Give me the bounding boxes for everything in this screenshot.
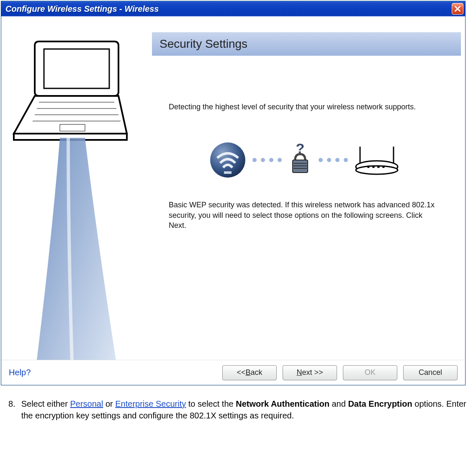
svg-point-20	[382, 165, 385, 168]
svg-point-17	[367, 165, 370, 168]
wireless-orb-icon	[209, 141, 247, 179]
title-bar[interactable]: Configure Wireless Settings - Wireless	[1, 1, 465, 16]
ok-button: OK	[343, 365, 397, 380]
close-button[interactable]	[452, 3, 463, 15]
svg-point-19	[377, 165, 380, 168]
dialog-footer: Help? << Back Next >> OK Cancel	[1, 360, 465, 385]
data-encryption-bold: Data Encryption	[348, 399, 412, 408]
dots-left	[252, 158, 282, 162]
dots-right	[319, 158, 348, 162]
step-text: Select either Personal or Enterprise Sec…	[21, 398, 468, 421]
dialog-window: Configure Wireless Settings - Wireless	[1, 1, 466, 385]
connection-graphic: ?	[169, 141, 440, 179]
step-number: 8.	[8, 398, 15, 421]
svg-rect-7	[224, 171, 232, 174]
next-button[interactable]: Next >>	[283, 365, 337, 380]
page-header: Security Settings	[152, 32, 461, 56]
svg-point-18	[372, 165, 375, 168]
enterprise-security-link[interactable]: Enterprise Security	[115, 399, 186, 408]
left-illustration-pane	[1, 16, 152, 385]
detecting-text: Detecting the highest level of security …	[169, 102, 440, 112]
router-icon	[354, 143, 400, 177]
lock-question-icon: ?	[288, 143, 313, 177]
dialog-body: Security Settings Detecting the highest …	[1, 16, 465, 385]
svg-point-16	[356, 166, 398, 174]
result-text: Basic WEP security was detected. If this…	[169, 200, 440, 230]
back-button[interactable]: << Back	[222, 365, 277, 380]
page-title: Security Settings	[160, 37, 247, 51]
window-title: Configure Wireless Settings - Wireless	[5, 4, 159, 14]
network-auth-bold: Network Authentication	[236, 399, 329, 408]
personal-link[interactable]: Personal	[70, 399, 103, 408]
content-area: Detecting the highest level of security …	[152, 56, 461, 230]
right-content-pane: Security Settings Detecting the highest …	[152, 16, 465, 385]
help-link[interactable]: Help?	[9, 368, 31, 377]
instruction-step: 8. Select either Personal or Enterprise …	[8, 398, 468, 421]
close-icon	[455, 6, 461, 12]
button-row: << Back Next >> OK Cancel	[222, 365, 458, 380]
svg-rect-0	[44, 49, 109, 88]
cancel-button[interactable]: Cancel	[403, 365, 458, 380]
laptop-beam-illustration	[10, 33, 144, 385]
